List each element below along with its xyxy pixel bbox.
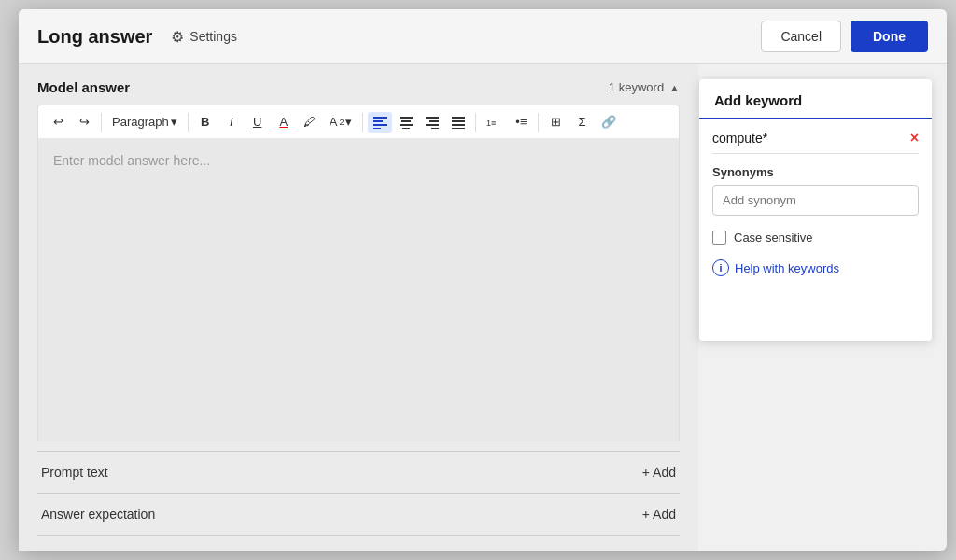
svg-rect-1 [373,120,383,122]
svg-rect-15 [452,128,465,129]
editor-title: Model answer [37,79,130,95]
svg-rect-8 [426,117,439,119]
help-keywords-text: Help with keywords [735,261,839,275]
svg-rect-11 [431,128,439,129]
svg-rect-10 [426,124,439,126]
settings-button[interactable]: ⚙ Settings [163,24,245,49]
modal-title: Long answer [37,26,152,48]
toolbar-divider-1 [101,113,102,132]
highlight-button[interactable]: 🖊 [298,111,322,133]
editor-section: Model answer 1 keyword ▲ ↩ ↪ Paragraph ▾ [19,64,698,551]
prompt-text-label: Prompt text [41,465,108,480]
paragraph-label: Paragraph ▾ [112,115,177,129]
modal-body: Model answer 1 keyword ▲ ↩ ↪ Paragraph ▾ [19,64,947,551]
table-button[interactable]: ⊞ [543,111,568,133]
toolbar-divider-3 [362,113,363,132]
modal-container: Long answer ⚙ Settings Cancel Done Model… [19,9,947,551]
answer-expectation-label: Answer expectation [41,507,155,522]
editor-toolbar: ↩ ↪ Paragraph ▾ B I U A 🖊 A2▾ [37,105,680,138]
svg-rect-12 [452,117,465,119]
toolbar-divider-4 [475,113,476,132]
toolbar-divider-2 [188,113,189,132]
undo-button[interactable]: ↩ [46,111,70,133]
svg-rect-4 [400,117,413,119]
svg-rect-5 [401,120,411,122]
bold-button[interactable]: B [193,111,218,133]
case-sensitive-label: Case sensitive [734,231,813,245]
align-center-button[interactable] [394,112,418,133]
svg-rect-7 [402,128,410,129]
synonyms-label: Synonyms [699,154,932,185]
italic-button[interactable]: I [219,111,244,133]
header-right: Cancel Done [761,21,928,52]
ordered-list-button[interactable]: 1≡ [481,112,507,133]
keyword-input[interactable] [712,131,905,146]
editor-header: Model answer 1 keyword ▲ [37,79,680,95]
toolbar-divider-5 [538,113,539,132]
svg-rect-3 [373,128,381,129]
editor-area[interactable]: Enter model answer here... [37,138,680,441]
paragraph-dropdown-button[interactable]: Paragraph ▾ [106,111,183,133]
prompt-text-item: Prompt text + Add [37,452,680,494]
answer-expectation-item: Answer expectation + Add [37,494,680,536]
svg-rect-0 [373,117,387,119]
superscript-button[interactable]: A2▾ [324,111,358,133]
svg-rect-6 [400,124,413,126]
synonym-input[interactable] [712,185,919,216]
gear-icon: ⚙ [171,28,184,46]
settings-label: Settings [190,29,237,44]
paragraph-text: Paragraph [112,115,169,129]
chevron-up-icon: ▲ [669,82,680,93]
prompt-text-add-button[interactable]: + Add [642,465,676,480]
answer-expectation-add-button[interactable]: + Add [642,507,676,522]
case-sensitive-checkbox[interactable] [712,231,726,245]
header-left: Long answer ⚙ Settings [37,24,245,49]
cancel-button[interactable]: Cancel [761,21,841,52]
redo-button[interactable]: ↪ [72,111,96,133]
bullet-list-button[interactable]: •≡ [509,111,533,133]
para-chevron-icon: ▾ [171,115,177,129]
align-left-button[interactable] [368,112,392,133]
info-icon: i [712,259,729,276]
keyword-count-text: 1 keyword [609,80,664,94]
keyword-panel-title: Add keyword [699,79,932,119]
svg-rect-13 [452,120,465,122]
svg-rect-14 [452,124,465,126]
keyword-input-wrapper: × [699,119,932,153]
link-button[interactable]: 🔗 [596,111,622,133]
justify-button[interactable] [446,112,471,133]
svg-rect-9 [429,120,439,122]
done-button[interactable]: Done [851,21,928,52]
font-color-button[interactable]: A [272,111,296,133]
help-keywords-link[interactable]: i Help with keywords [699,256,932,291]
keyword-clear-button[interactable]: × [910,131,919,146]
bottom-items: Prompt text + Add Answer expectation + A… [37,451,680,536]
formula-button[interactable]: Σ [569,111,594,133]
editor-placeholder: Enter model answer here... [53,153,210,168]
keyword-panel: Add keyword × Synonyms Case sensitive i … [698,79,932,341]
svg-rect-2 [373,124,387,126]
modal-header: Long answer ⚙ Settings Cancel Done [19,9,947,64]
align-right-button[interactable] [420,112,444,133]
svg-text:1≡: 1≡ [486,119,496,128]
keyword-count-toggle[interactable]: 1 keyword ▲ [609,80,680,94]
underline-button[interactable]: U [246,111,270,133]
case-sensitive-row: Case sensitive [699,227,932,256]
